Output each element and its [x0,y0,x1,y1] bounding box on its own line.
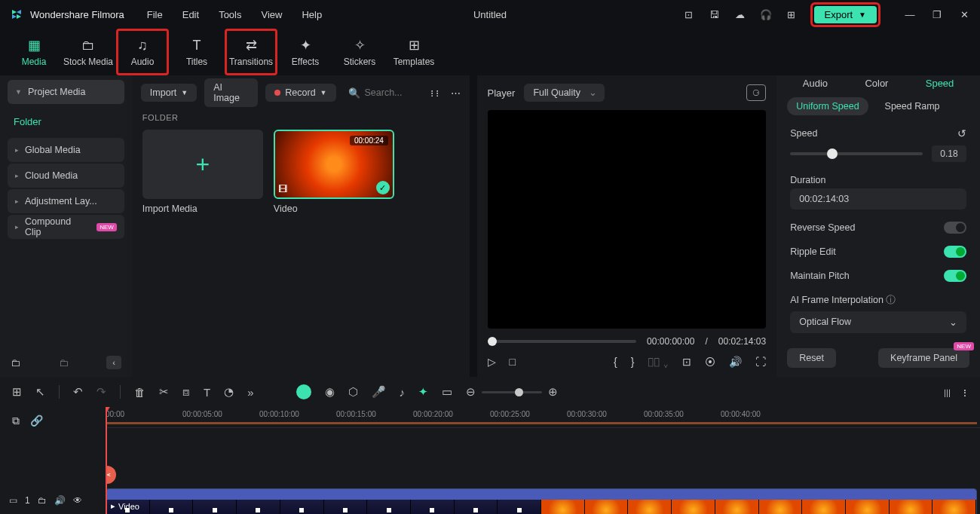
tab-audio[interactable]: ♫Audio [116,29,169,75]
track-view-icon[interactable]: ⫼ [942,386,953,399]
sidebar-project-media[interactable]: ▼Project Media [8,80,124,104]
menu-help[interactable]: Help [302,9,322,20]
text-icon[interactable]: T [204,386,210,399]
menu-file[interactable]: File [147,9,163,20]
stop-icon[interactable]: □ [510,356,516,368]
redo-icon[interactable]: ↷ [96,385,106,399]
ai-interp-select[interactable]: Optical Flow⌄ [790,311,966,333]
marker-icon[interactable]: ✦ [418,385,428,399]
close-icon[interactable]: ✕ [957,8,971,21]
ripple-toggle[interactable] [944,246,966,258]
clip-start-marker-icon[interactable]: ✂ [106,466,116,484]
track-mute-icon[interactable]: 🔊 [54,495,66,506]
video-clip[interactable]: ▸ Video [106,488,977,514]
folder-open-icon[interactable]: 🗀 [59,357,69,369]
video-track-head[interactable]: ▭1 🗀 🔊 👁 [0,487,106,514]
timeline-ruler[interactable]: 00:00 00:00:05:00 00:00:10:00 00:00:15:0… [106,407,980,428]
sidebar-cloud-media[interactable]: ▸Cloud Media [8,164,124,188]
import-media-tile[interactable]: + [142,130,263,199]
reset-button[interactable]: Reset [787,348,836,368]
shield-icon[interactable]: ⬡ [348,385,358,399]
save-icon[interactable]: 🖫 [708,8,721,21]
rtab-speed[interactable]: Speed [926,78,954,89]
minimize-icon[interactable]: ― [903,8,917,21]
filter-icon[interactable]: ⫶⫶ [430,87,440,99]
search-input[interactable] [365,87,418,98]
camera-icon[interactable]: ⦿ [705,356,715,368]
tab-media[interactable]: ▦Media [8,29,60,75]
crop-ratio-icon[interactable]: ⌷⌷ ⌄ [648,356,669,368]
timeline-tracks[interactable]: 00:00 00:00:05:00 00:00:10:00 00:00:15:0… [106,407,980,514]
pitch-toggle[interactable] [944,270,966,282]
preview-scrubber[interactable] [488,340,637,343]
menu-view[interactable]: View [261,9,282,20]
ai-image-button[interactable]: AI Image [204,78,258,107]
rtab-color[interactable]: Color [865,78,888,89]
fullscreen-icon[interactable]: ⛶ [755,356,766,368]
video-clip-tile[interactable]: 00:00:24 🎞 ✓ [274,130,394,199]
speed-value[interactable]: 0.18 [932,145,966,162]
face-icon[interactable] [296,384,311,399]
subtab-uniform-speed[interactable]: Uniform Speed [787,97,868,115]
tl-grid-icon[interactable]: ⊞ [12,385,22,399]
mark-out-icon[interactable]: } [631,356,635,368]
track-visible-icon[interactable]: 👁 [73,495,82,506]
keyframe-panel-button[interactable]: Keyframe PanelNEW [878,348,969,368]
track-lock-icon[interactable]: 🗀 [38,495,47,506]
menu-tools[interactable]: Tools [219,9,241,20]
speed-slider[interactable] [790,152,923,155]
tab-stock-media[interactable]: 🗀Stock Media [62,29,115,75]
tl-layers-icon[interactable]: ⧉ [12,415,20,427]
tab-templates[interactable]: ⊞Templates [387,29,440,75]
sidebar-adjustment-layer[interactable]: ▸Adjustment Lay... [8,189,124,213]
folder-add-icon[interactable]: 🗀 [11,357,20,369]
rtab-audio[interactable]: Audio [803,78,828,89]
duration-input[interactable]: 00:02:14:03 [790,188,966,210]
cloud-icon[interactable]: ☁ [733,8,747,21]
speed-icon[interactable]: ◔ [224,385,234,399]
reverse-toggle[interactable] [944,222,966,234]
tl-link-icon[interactable]: 🔗 [30,415,43,427]
apps-icon[interactable]: ⊞ [785,8,798,21]
volume-icon[interactable]: 🔊 [729,356,742,368]
subtab-speed-ramp[interactable]: Speed Ramp [876,97,949,115]
snapshot-icon[interactable]: ⚆ [746,84,766,101]
sidebar-global-media[interactable]: ▸Global Media [8,138,124,162]
support-icon[interactable]: 🎧 [759,8,773,21]
sidebar-folder-label[interactable]: Folder [0,109,132,133]
reset-speed-icon[interactable]: ↺ [957,127,966,139]
import-button[interactable]: Import▼ [141,84,197,102]
caption-icon[interactable]: ▭ [442,385,452,399]
color-wheel-icon[interactable]: ◉ [325,385,335,399]
delete-icon[interactable]: 🗑 [134,386,145,399]
tab-effects[interactable]: ✦Effects [279,29,332,75]
sidebar-collapse-icon[interactable]: ‹ [106,356,121,369]
mark-in-icon[interactable]: { [614,356,617,368]
export-button[interactable]: Export▼ [814,6,877,23]
more-icon[interactable]: ⋯ [451,87,461,99]
display-mode-icon[interactable]: ⊡ [682,356,691,368]
info-icon[interactable]: ⓘ [886,295,896,305]
tl-cursor-icon[interactable]: ↖ [35,385,45,399]
music-note-icon[interactable]: ♪ [400,386,406,399]
playhead[interactable] [106,407,107,514]
crop-icon[interactable]: ⧈ [182,385,190,399]
more-tl-icon[interactable]: » [247,386,253,399]
zoom-out-icon[interactable]: ⊖ [466,385,476,399]
search-icon[interactable]: 🔍 [348,87,360,99]
display-icon[interactable]: ⊡ [682,8,696,21]
undo-icon[interactable]: ↶ [73,385,83,399]
tl-settings-icon[interactable]: ⫶ [962,386,968,399]
menu-edit[interactable]: Edit [182,9,199,20]
tab-titles[interactable]: TTitles [170,29,223,75]
tab-transitions[interactable]: ⇄Transitions [225,29,277,75]
maximize-icon[interactable]: ❐ [930,8,944,21]
zoom-in-icon[interactable]: ⊕ [548,385,558,399]
preview-viewport[interactable] [488,110,767,329]
record-button[interactable]: Record▼ [265,84,335,102]
sidebar-compound-clip[interactable]: ▸Compound ClipNEW [8,215,124,239]
zoom-slider[interactable] [482,391,542,393]
play-icon[interactable]: ▷ [488,356,496,368]
quality-select[interactable]: Full Quality [524,84,605,102]
tab-stickers[interactable]: ✧Stickers [333,29,386,75]
